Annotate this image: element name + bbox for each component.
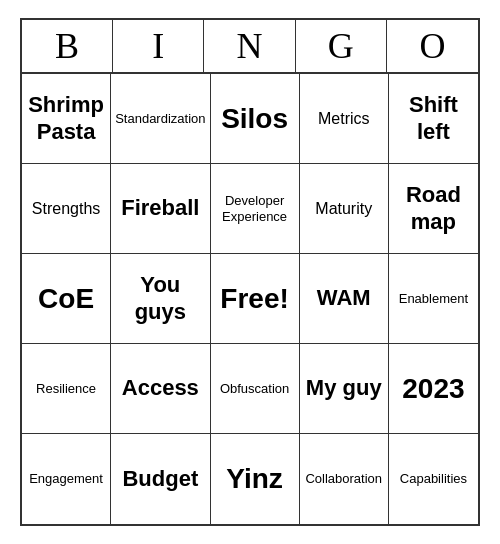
header-letter: G [296, 20, 387, 72]
bingo-cell: Collaboration [300, 434, 389, 524]
bingo-cell: Access [111, 344, 210, 434]
bingo-cell: Developer Experience [211, 164, 300, 254]
bingo-cell: Strengths [22, 164, 111, 254]
bingo-cell: Obfuscation [211, 344, 300, 434]
bingo-cell: Resilience [22, 344, 111, 434]
bingo-cell: Road map [389, 164, 478, 254]
bingo-cell: 2023 [389, 344, 478, 434]
bingo-cell: Engagement [22, 434, 111, 524]
header-letter: O [387, 20, 478, 72]
bingo-cell: CoE [22, 254, 111, 344]
bingo-cell: Shrimp Pasta [22, 74, 111, 164]
bingo-cell: Free! [211, 254, 300, 344]
bingo-cell: Fireball [111, 164, 210, 254]
bingo-header: BINGO [22, 20, 478, 74]
bingo-cell: Yinz [211, 434, 300, 524]
bingo-grid: Shrimp PastaStandardizationSilosMetricsS… [22, 74, 478, 524]
bingo-cell: WAM [300, 254, 389, 344]
header-letter: N [204, 20, 295, 72]
bingo-cell: Standardization [111, 74, 210, 164]
bingo-card: BINGO Shrimp PastaStandardizationSilosMe… [20, 18, 480, 526]
header-letter: B [22, 20, 113, 72]
bingo-cell: My guy [300, 344, 389, 434]
bingo-cell: Silos [211, 74, 300, 164]
bingo-cell: You guys [111, 254, 210, 344]
bingo-cell: Enablement [389, 254, 478, 344]
bingo-cell: Budget [111, 434, 210, 524]
bingo-cell: Metrics [300, 74, 389, 164]
header-letter: I [113, 20, 204, 72]
bingo-cell: Maturity [300, 164, 389, 254]
bingo-cell: Capabilities [389, 434, 478, 524]
bingo-cell: Shift left [389, 74, 478, 164]
